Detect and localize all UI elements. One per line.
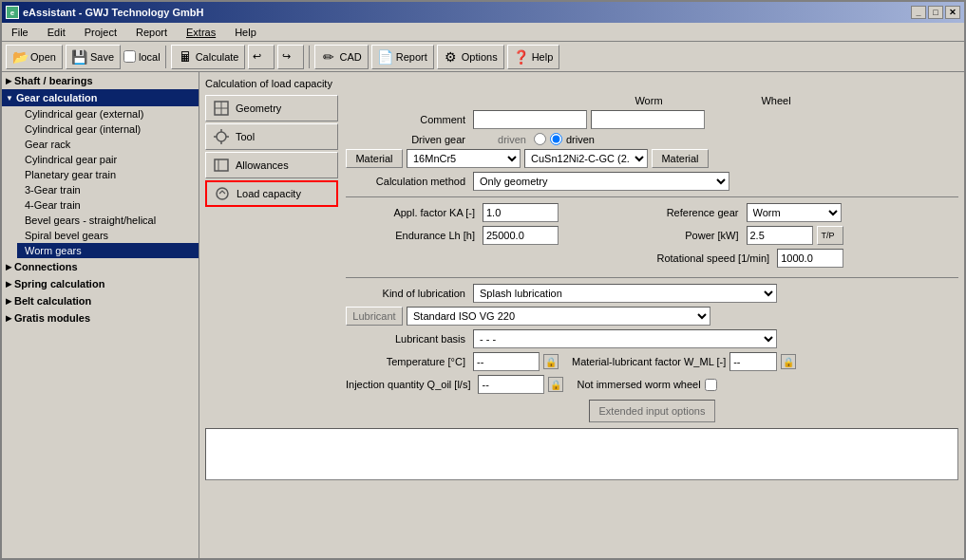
menu-file[interactable]: File bbox=[6, 25, 34, 40]
worm-col-header: Worm bbox=[587, 95, 710, 106]
app-icon: e bbox=[6, 6, 19, 19]
comment-label: Comment bbox=[346, 114, 469, 125]
driven-worm-radio[interactable] bbox=[534, 133, 546, 145]
material-btn-right-label: Material bbox=[661, 153, 698, 164]
temp-lock-icon[interactable]: 🔒 bbox=[543, 354, 559, 369]
endurance-label: Endurance Lh [h] bbox=[346, 230, 479, 241]
material-btn-label: Material bbox=[355, 153, 392, 164]
power-input[interactable] bbox=[747, 226, 813, 245]
appl-factor-label: Appl. factor KA [-] bbox=[346, 207, 479, 218]
rot-speed-input[interactable] bbox=[777, 249, 843, 268]
sidebar-group-connections[interactable]: ▶ Connections bbox=[2, 258, 199, 275]
report-icon: 📄 bbox=[378, 49, 393, 65]
mat-lub-label: Material-lubricant factor W_ML [-] bbox=[572, 356, 726, 367]
not-immersed-checkbox[interactable] bbox=[705, 379, 717, 391]
close-btn[interactable]: ✕ bbox=[945, 6, 960, 19]
tab-allowances[interactable]: Allowances bbox=[205, 152, 338, 178]
sidebar-group-belt[interactable]: ▶ Belt calculation bbox=[2, 292, 199, 309]
power-toggle-label: T/P bbox=[822, 231, 835, 240]
menu-bar: File Edit Project Report Extras Help bbox=[2, 23, 964, 42]
options-button[interactable]: ⚙ Options bbox=[437, 45, 504, 69]
two-col-section: Appl. factor KA [-] Endurance Lh [h] Ref… bbox=[346, 203, 958, 271]
material-btn-left[interactable]: Material bbox=[346, 149, 403, 168]
sidebar-group-belt-label: Belt calculation bbox=[14, 295, 91, 307]
calc-method-select[interactable]: Only geometry bbox=[473, 172, 729, 191]
cyl-ext-label: Cylindrical gear (external) bbox=[25, 108, 143, 120]
cad-icon: ✏ bbox=[321, 49, 336, 65]
sidebar-item-gear4[interactable]: 4-Gear train bbox=[17, 197, 199, 213]
ref-gear-select[interactable]: Worm bbox=[747, 203, 842, 222]
comment-worm-input[interactable] bbox=[473, 110, 587, 129]
svg-point-3 bbox=[217, 132, 226, 141]
sidebar-group-gratis[interactable]: ▶ Gratis modules bbox=[2, 309, 199, 327]
open-button[interactable]: 📂 Open bbox=[6, 45, 63, 69]
lub-kind-select[interactable]: Splash lubrication bbox=[473, 284, 777, 303]
sidebar-item-bevel[interactable]: Bevel gears - straight/helical bbox=[17, 213, 199, 228]
local-checkbox[interactable] bbox=[123, 50, 136, 63]
sidebar-item-cyl-ext[interactable]: Cylindrical gear (external) bbox=[17, 106, 199, 121]
help-button[interactable]: ❓ Help bbox=[507, 45, 560, 69]
bottom-area bbox=[205, 428, 958, 480]
minimize-btn[interactable]: _ bbox=[911, 6, 926, 19]
title-bar-left: e eAssistant - GWJ Technology GmbH bbox=[6, 6, 204, 19]
redo-button[interactable]: ↪ bbox=[277, 45, 304, 69]
form-area: Worm Wheel Comment Driven gear driven bbox=[346, 95, 958, 422]
power-toggle-btn[interactable]: T/P bbox=[817, 226, 843, 245]
calculate-button[interactable]: 🖩 Calculate bbox=[171, 45, 246, 69]
tab-tool[interactable]: Tool bbox=[205, 123, 338, 150]
inj-lock-icon[interactable]: 🔒 bbox=[548, 377, 563, 392]
cad-button[interactable]: ✏ CAD bbox=[314, 45, 368, 69]
lub-basis-select[interactable]: - - - bbox=[473, 329, 777, 348]
inj-qty-input[interactable] bbox=[478, 375, 544, 394]
tab-load-capacity[interactable]: Load capacity bbox=[205, 180, 338, 207]
sidebar-group-spring[interactable]: ▶ Spring calculation bbox=[2, 275, 199, 292]
sidebar-item-planetary[interactable]: Planetary gear train bbox=[17, 167, 199, 182]
material-worm-select[interactable]: 16MnCr5 bbox=[407, 149, 521, 168]
maximize-btn[interactable]: □ bbox=[928, 6, 943, 19]
sidebar-group-shaft-label: Shaft / bearings bbox=[14, 75, 93, 86]
worm-label: Worm gears bbox=[25, 245, 82, 256]
menu-edit[interactable]: Edit bbox=[42, 25, 71, 40]
lubricant-btn[interactable]: Lubricant bbox=[346, 307, 403, 326]
wheel-col-header: Wheel bbox=[714, 95, 838, 106]
sidebar-group-gear-label: Gear calculation bbox=[16, 92, 98, 103]
menu-extras[interactable]: Extras bbox=[180, 25, 221, 40]
open-icon: 📂 bbox=[12, 49, 28, 65]
mat-lub-input[interactable] bbox=[729, 352, 777, 371]
sidebar-item-gear-rack[interactable]: Gear rack bbox=[17, 137, 199, 152]
expand-icon-spring: ▶ bbox=[6, 280, 11, 289]
sidebar-item-cyl-pair[interactable]: Cylindrical gear pair bbox=[17, 152, 199, 167]
lubricant-select[interactable]: Standard ISO VG 220 bbox=[407, 307, 710, 326]
sidebar-item-worm[interactable]: Worm gears bbox=[17, 243, 199, 258]
report-button[interactable]: 📄 Report bbox=[371, 45, 434, 69]
temperature-row: Temperature [°C] 🔒 Material-lubricant fa… bbox=[346, 352, 958, 371]
menu-project[interactable]: Project bbox=[79, 25, 123, 40]
title-bar: e eAssistant - GWJ Technology GmbH _ □ ✕ bbox=[2, 2, 964, 23]
comment-wheel-input[interactable] bbox=[591, 110, 705, 129]
ext-options-btn[interactable]: Extended input options bbox=[589, 400, 716, 422]
sidebar-item-spiral[interactable]: Spiral bevel gears bbox=[17, 228, 199, 243]
calc-label: Calculate bbox=[196, 51, 239, 63]
material-wheel-select[interactable]: CuSn12Ni2-C-GC (2.... bbox=[524, 149, 648, 168]
gear-sub-items: Cylindrical gear (external) Cylindrical … bbox=[2, 106, 199, 258]
menu-help[interactable]: Help bbox=[229, 25, 262, 40]
tab-geometry[interactable]: Geometry bbox=[205, 95, 338, 121]
lub-basis-label: Lubricant basis bbox=[346, 333, 469, 345]
material-row: Material 16MnCr5 CuSn12Ni2-C-GC (2.... M… bbox=[346, 149, 958, 168]
column-header-row: Worm Wheel bbox=[469, 95, 958, 106]
driven-wheel-radio[interactable] bbox=[550, 133, 562, 145]
undo-button[interactable]: ↩ bbox=[248, 45, 275, 69]
save-button[interactable]: 💾 Save bbox=[66, 45, 121, 69]
menu-report[interactable]: Report bbox=[130, 25, 173, 40]
endurance-input[interactable] bbox=[483, 226, 559, 245]
sidebar-item-gear3[interactable]: 3-Gear train bbox=[17, 182, 199, 197]
mat-lub-lock-icon[interactable]: 🔒 bbox=[781, 354, 796, 369]
sidebar-item-cyl-int[interactable]: Cylindrical gear (internal) bbox=[17, 121, 199, 137]
col-right: Reference gear Worm Power [kW] T/P bbox=[657, 203, 959, 271]
sidebar-group-shaft[interactable]: ▶ Shaft / bearings bbox=[2, 72, 199, 89]
material-btn-right[interactable]: Material bbox=[652, 149, 709, 168]
appl-factor-input[interactable] bbox=[483, 203, 559, 222]
local-label: local bbox=[139, 51, 161, 63]
sidebar-group-gear[interactable]: ▼ Gear calculation bbox=[2, 89, 199, 106]
temperature-input[interactable] bbox=[473, 352, 540, 371]
